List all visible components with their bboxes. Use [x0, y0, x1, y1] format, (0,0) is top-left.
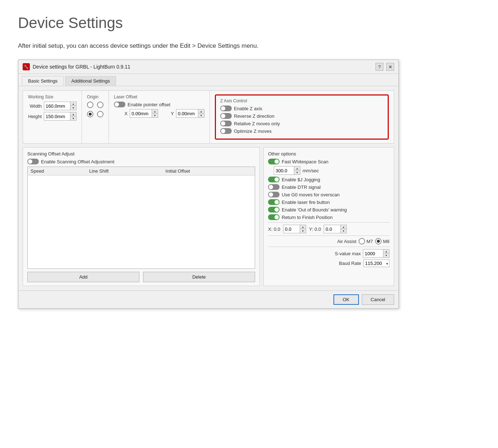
scanning-table-body [28, 176, 255, 269]
svalue-down[interactable]: ▼ [383, 253, 389, 257]
origin-tr[interactable] [97, 102, 103, 108]
m7-radio[interactable] [359, 238, 365, 244]
dtr-toggle[interactable] [268, 184, 280, 190]
height-input[interactable] [44, 113, 70, 120]
device-settings-dialog: 🔧 Device settings for GRBL - LightBurn 0… [18, 60, 399, 309]
fast-whitespace-toggle[interactable] [268, 159, 280, 164]
m7-label: M7 [366, 239, 373, 244]
scanning-title: Scanning Offset Adjust [27, 151, 255, 157]
y-offset-down[interactable]: ▼ [198, 113, 204, 117]
relative-z-toggle[interactable] [220, 121, 232, 126]
x-offset-up[interactable]: ▲ [152, 109, 158, 113]
optimize-z-label: Optimize Z moves [234, 129, 272, 134]
baud-row: Baud Rate 115,200 9600 57600 230400 [268, 260, 389, 267]
col-speed: Speed [28, 167, 87, 176]
x-finish-down[interactable]: ▼ [300, 229, 306, 233]
fire-toggle[interactable] [268, 199, 280, 205]
y-finish-up[interactable]: ▲ [341, 225, 346, 229]
fast-whitespace-label: Fast Whitespace Scan [282, 159, 328, 164]
scanning-section: Scanning Offset Adjust Enable Scanning O… [23, 147, 260, 286]
m8-radio-group: M8 [375, 238, 389, 244]
dialog-help-button[interactable]: ? [375, 63, 383, 71]
enable-pointer-toggle[interactable] [114, 102, 125, 107]
x-finish-up[interactable]: ▲ [300, 225, 306, 229]
x-finish-input[interactable] [283, 226, 300, 233]
origin-tl[interactable] [87, 102, 93, 108]
jogging-row: Enable $J Jogging [268, 177, 389, 182]
g0-row: Use G0 moves for overscan [268, 192, 389, 197]
enable-z-toggle[interactable] [220, 106, 232, 111]
optimize-z-toggle[interactable] [220, 128, 232, 134]
dialog-app-icon: 🔧 [23, 63, 30, 70]
width-spinbox[interactable]: ▲ ▼ [44, 102, 77, 110]
origin-br[interactable] [97, 111, 103, 117]
height-label: Height [28, 114, 42, 119]
z-axis-highlight-box: Z Axis Control Enable Z axis Reverse Z d… [215, 94, 389, 140]
jogging-toggle[interactable] [268, 177, 280, 182]
z-axis-section-outer: Z Axis Control Enable Z axis Reverse Z d… [210, 91, 394, 143]
whitespace-down[interactable]: ▼ [294, 171, 300, 174]
ok-button[interactable]: OK [333, 294, 359, 305]
height-up-arrow[interactable]: ▲ [70, 112, 76, 116]
origin-bl[interactable] [87, 111, 93, 117]
baud-select[interactable]: 115,200 9600 57600 230400 [363, 260, 389, 267]
tab-additional-settings[interactable]: Additional Settings [65, 76, 116, 86]
dialog-close-button[interactable]: ✕ [386, 63, 394, 71]
svalue-row: S-value max ▲ ▼ [268, 249, 389, 258]
fire-row: Enable laser fire button [268, 199, 389, 205]
enable-scanning-label: Enable Scanning Offset Adjustment [41, 159, 114, 164]
relative-z-label: Relative Z moves only [234, 121, 280, 126]
whitespace-spinbox[interactable]: ▲ ▼ [274, 166, 300, 175]
optimize-z-row: Optimize Z moves [220, 128, 383, 134]
height-row: Height ▲ ▼ [28, 112, 77, 121]
y-offset-label: Y [160, 111, 174, 116]
add-button[interactable]: Add [27, 272, 139, 282]
xy-offset-row: X ▲ ▼ Y ▲ ▼ [114, 109, 204, 118]
width-up-arrow[interactable]: ▲ [70, 102, 76, 106]
y-finish-spinbox[interactable]: ▲ ▼ [324, 225, 347, 233]
working-size-label: Working Size [28, 94, 77, 99]
delete-button[interactable]: Delete [143, 272, 255, 282]
enable-z-row: Enable Z axis [220, 106, 383, 111]
svalue-input[interactable] [363, 250, 383, 257]
separator3 [268, 247, 389, 247]
svalue-arrows: ▲ ▼ [383, 249, 389, 257]
y-finish-down[interactable]: ▼ [341, 229, 346, 233]
enable-z-label: Enable Z axis [234, 106, 262, 111]
width-row: Width ▲ ▼ [28, 102, 77, 110]
whitespace-arrows: ▲ ▼ [294, 167, 300, 174]
y-offset-spinbox[interactable]: ▲ ▼ [176, 109, 204, 118]
cancel-button[interactable]: Cancel [362, 294, 394, 305]
width-down-arrow[interactable]: ▼ [70, 106, 76, 110]
y-finish-input[interactable] [324, 226, 340, 233]
whitespace-up[interactable]: ▲ [294, 167, 300, 171]
x-offset-down[interactable]: ▼ [152, 113, 158, 117]
y-finish-arrows: ▲ ▼ [340, 225, 346, 233]
y-offset-up[interactable]: ▲ [198, 109, 204, 113]
x-finish-spinbox[interactable]: ▲ ▼ [283, 225, 306, 233]
svalue-spinbox[interactable]: ▲ ▼ [363, 249, 389, 258]
baud-select-wrapper: 115,200 9600 57600 230400 [363, 260, 389, 267]
reverse-z-label: Reverse Z direction [234, 113, 275, 119]
y-offset-input[interactable] [176, 110, 198, 117]
origin-label: Origin [87, 94, 103, 99]
height-down-arrow[interactable]: ▼ [70, 116, 76, 120]
m8-radio[interactable] [375, 238, 382, 244]
width-input[interactable] [44, 103, 70, 109]
col-initialoffset: Initial Offset [163, 167, 255, 176]
g0-toggle[interactable] [268, 192, 280, 197]
tab-basic-settings[interactable]: Basic Settings [22, 76, 64, 86]
return-toggle[interactable] [268, 214, 280, 220]
oob-toggle[interactable] [268, 207, 280, 213]
jogging-label: Enable $J Jogging [282, 177, 320, 182]
x-offset-input[interactable] [130, 110, 152, 117]
m7-radio-group: M7 [359, 238, 373, 244]
svalue-up[interactable]: ▲ [383, 249, 389, 253]
x-offset-spinbox[interactable]: ▲ ▼ [130, 109, 158, 118]
reverse-z-toggle[interactable] [220, 113, 232, 119]
enable-scanning-toggle[interactable] [27, 159, 39, 164]
height-spinbox[interactable]: ▲ ▼ [44, 112, 77, 121]
page-title: Device Settings [18, 14, 480, 32]
whitespace-input[interactable] [274, 167, 294, 174]
svalue-label: S-value max [335, 251, 361, 256]
